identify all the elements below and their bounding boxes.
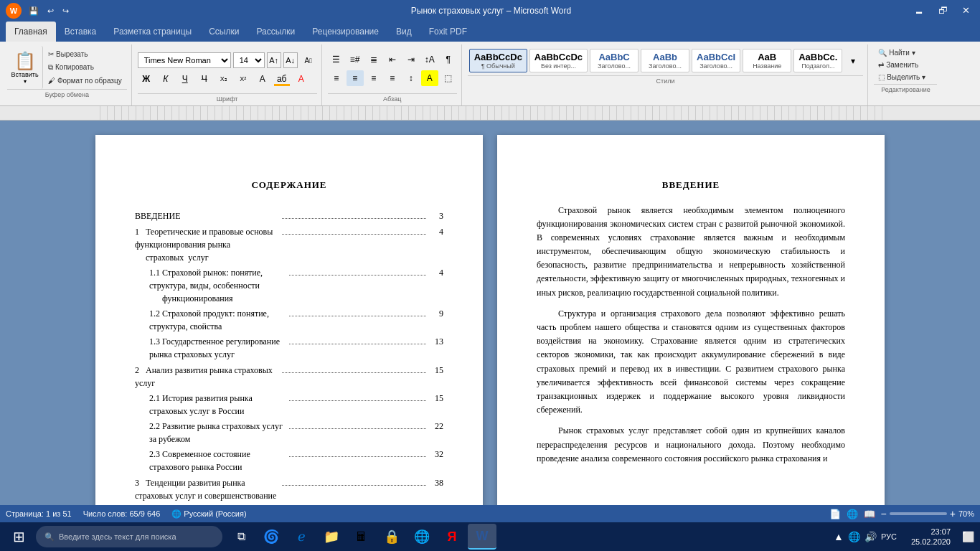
style-title[interactable]: AaB Название [743, 49, 791, 72]
style-subtitle[interactable]: AaBbCc. Подзагол... [793, 49, 842, 72]
tab-layout[interactable]: Разметка страницы [105, 22, 200, 42]
subscript-button[interactable]: Х₂ [215, 71, 232, 87]
font-size-decrease[interactable]: A↓ [283, 52, 298, 68]
align-right-button[interactable]: ≡ [365, 70, 382, 86]
zoom-level[interactable]: 70% [958, 509, 974, 518]
taskbar-explorer-icon[interactable]: 📁 [317, 524, 346, 550]
bold-button[interactable]: Ж [138, 71, 155, 87]
select-button[interactable]: ⬚ Выделить ▾ [875, 72, 928, 83]
view-read-btn[interactable]: 📖 [864, 509, 875, 519]
show-desktop-button[interactable]: ⬜ [959, 531, 977, 542]
taskview-button[interactable]: ⧉ [227, 524, 255, 550]
tab-foxit[interactable]: Foxit PDF [420, 22, 476, 42]
redo-quick-btn[interactable]: ↪ [60, 5, 72, 17]
style-normal[interactable]: AaBbCcDc ¶ Обычный [469, 49, 527, 72]
highlight-button[interactable]: аб [273, 71, 291, 87]
taskbar-edge-icon[interactable]: ℯ [287, 524, 316, 550]
font-name-select[interactable]: Times New Roman [138, 52, 231, 68]
copy-button[interactable]: ⧉ Копировать [46, 62, 124, 72]
toc-2-3-text: 2.3 Современное состояние страхового рын… [149, 448, 286, 474]
align-left-button[interactable]: ≡ [328, 70, 345, 86]
status-bar: Страница: 1 из 51 Число слов: 65/9 646 🌐… [0, 505, 980, 522]
zoom-out-button[interactable]: − [881, 508, 887, 519]
format-painter-button[interactable]: 🖌 Формат по образцу [46, 76, 124, 85]
taskbar-search[interactable]: 🔍 Введите здесь текст для поиска [36, 526, 222, 547]
restore-button[interactable]: 🗗 [934, 1, 952, 21]
minimize-button[interactable]: 🗕 [910, 1, 928, 21]
paste-dropdown-arrow: ▾ [24, 78, 27, 85]
tab-insert[interactable]: Вставка [56, 22, 105, 42]
font-size-increase[interactable]: A↑ [267, 52, 281, 68]
keyboard-layout[interactable]: РУС [881, 532, 897, 541]
taskbar-calculator-icon[interactable]: 🖩 [347, 524, 376, 550]
align-center-button[interactable]: ≡ [347, 70, 364, 86]
increase-indent-button[interactable]: ⇥ [402, 52, 420, 67]
close-button[interactable]: ✕ [958, 1, 974, 21]
paste-button[interactable]: 📋 Вставить ▾ [7, 46, 43, 89]
show-formatting-button[interactable]: ¶ [440, 52, 457, 67]
borders-button[interactable]: ⬚ [440, 70, 457, 86]
style-heading3-preview: AaBbCcI [697, 52, 735, 62]
shading-button[interactable]: A [421, 70, 438, 86]
style-heading2[interactable]: AaBb Заголово... [641, 49, 689, 72]
style-heading3[interactable]: AaBbCcI Заголово... [692, 49, 740, 72]
find-button[interactable]: 🔍 Найти ▾ [875, 47, 928, 58]
cut-label: Вырезать [56, 50, 88, 58]
status-left: Страница: 1 из 51 Число слов: 65/9 646 🌐… [6, 509, 247, 519]
view-print-btn[interactable]: 📄 [829, 509, 841, 519]
line-spacing-button[interactable]: ↕ [402, 70, 420, 86]
window-title: Рынок страховых услуг – Microsoft Word [72, 6, 910, 16]
underline-button[interactable]: Ч [176, 71, 194, 87]
taskbar-word-icon[interactable]: W [468, 524, 496, 550]
numbering-button[interactable]: ≡# [347, 52, 364, 67]
tab-view[interactable]: Вид [387, 22, 420, 42]
volume-icon[interactable]: 🔊 [864, 531, 877, 542]
font-color-button[interactable]: А [293, 71, 310, 87]
style-heading1-label: Заголово... [598, 62, 631, 70]
view-web-btn[interactable]: 🌐 [847, 509, 858, 519]
style-no-spacing[interactable]: AaBbCcDc Без интер... [529, 49, 588, 72]
lock-icon: 🔒 [384, 529, 400, 545]
taskbar-lock-icon[interactable]: 🔒 [377, 524, 406, 550]
taskbar: ⊞ 🔍 Введите здесь текст для поиска ⧉ 🌀 ℯ… [0, 522, 980, 551]
tab-home[interactable]: Главная [6, 22, 56, 42]
undo-quick-btn[interactable]: ↩ [44, 5, 57, 17]
justify-button[interactable]: ≡ [384, 70, 401, 86]
font-size-select[interactable]: 14 [233, 52, 265, 68]
italic-button[interactable]: К [157, 71, 174, 87]
network-icon[interactable]: 🌐 [848, 531, 860, 542]
tab-mailings[interactable]: Рассылки [248, 22, 303, 42]
sort-button[interactable]: ↕A [421, 52, 438, 67]
ruler-inner [93, 106, 887, 120]
taskbar-chrome-icon[interactable]: 🌐 [407, 524, 436, 550]
save-quick-btn[interactable]: 💾 [26, 5, 42, 17]
paragraph-group: ☰ ≡# ≣ ⇤ ⇥ ↕A ¶ ≡ ≡ ≡ ≡ ↕ A ⬚ [324, 44, 462, 105]
taskbar-yandex-icon[interactable]: Я [438, 524, 466, 550]
cortana-icon: 🌀 [263, 529, 279, 545]
text-effects-button[interactable]: А [254, 71, 271, 87]
tab-review[interactable]: Рецензирование [303, 22, 387, 42]
replace-button[interactable]: ⇄ Заменить [875, 60, 928, 70]
ribbon-content: 📋 Вставить ▾ ✂ Вырезать ⧉ Копировать 🖌 [0, 42, 980, 106]
toc-ch2-fill [282, 364, 426, 373]
clock[interactable]: 23:07 25.02.2020 [905, 527, 956, 547]
taskbar-pinned-icons: ⧉ 🌀 ℯ 📁 🖩 🔒 🌐 Я W [227, 524, 496, 550]
cut-button[interactable]: ✂ Вырезать [46, 50, 124, 59]
bullets-button[interactable]: ☰ [328, 52, 345, 67]
tab-references[interactable]: Ссылки [200, 22, 248, 42]
zoom-in-button[interactable]: + [950, 508, 956, 519]
clear-format-button[interactable]: A⃝ [300, 52, 317, 68]
tray-expand-icon[interactable]: ▲ [834, 531, 844, 542]
language-indicator[interactable]: 🌐 Русский (Россия) [171, 509, 246, 519]
toc-2-2-fill [289, 420, 426, 429]
strikethrough-button[interactable]: Ч [196, 71, 213, 87]
decrease-indent-button[interactable]: ⇤ [384, 52, 401, 67]
start-button[interactable]: ⊞ [3, 524, 34, 550]
toc-2-1-num: 15 [429, 392, 443, 405]
multilevel-list-button[interactable]: ≣ [365, 52, 382, 67]
zoom-slider[interactable] [890, 512, 947, 515]
style-heading1[interactable]: AaBbC Заголово... [590, 49, 639, 72]
superscript-button[interactable]: Х² [235, 71, 252, 87]
taskbar-cortana-icon[interactable]: 🌀 [257, 524, 286, 550]
styles-more-button[interactable]: ▾ [844, 53, 862, 69]
